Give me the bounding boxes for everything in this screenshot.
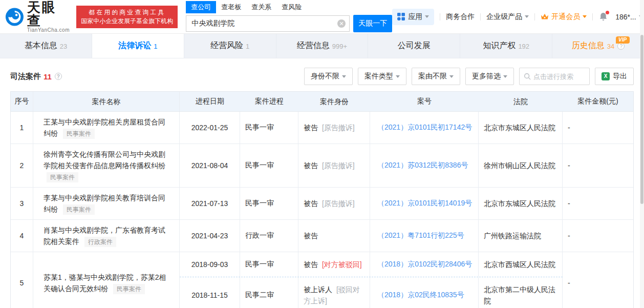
tab-经营信息[interactable]: 经营信息999+	[276, 34, 368, 58]
filter-dropdown-1[interactable]: 案件类型	[358, 68, 406, 85]
search-icon	[524, 73, 531, 80]
case-identity: 被告 [原告撤诉]	[298, 112, 370, 143]
apps-menu-button[interactable]: 应用	[392, 9, 434, 25]
column-header-1: 案件名称	[33, 92, 180, 111]
notification-bell-icon[interactable]	[598, 12, 608, 22]
case-type-tag: 行政案件	[84, 237, 116, 247]
tab-法律诉讼[interactable]: 法律诉讼1	[92, 34, 184, 58]
case-number-cell: （2021）粤7101行初225号	[370, 220, 479, 252]
search-tab-0[interactable]: 查公司	[186, 1, 216, 13]
nav-business-cooperation[interactable]: 商务合作	[446, 12, 475, 22]
case-name: 苏某1，骆某与中央戏剧学院，苏某2相关确认合同无效纠纷 民事案件	[44, 272, 169, 294]
apps-grid-icon	[397, 13, 405, 20]
identity-label: 被告 [原告撤诉]	[304, 198, 355, 209]
case-number-link[interactable]: （2021）苏0312民初8386号	[377, 161, 468, 170]
nav-enterprise-products[interactable]: 企业级产品	[486, 12, 529, 22]
case-amount: -	[563, 220, 633, 252]
identity-note: [原告撤诉]	[320, 124, 355, 132]
excel-icon: X	[602, 72, 610, 80]
case-index: 2	[11, 144, 33, 187]
case-name-cell: 李某与中央戏剧学院相关教育培训合同纠纷 民事案件	[33, 188, 180, 219]
search-tab-1[interactable]: 查老板	[216, 1, 246, 13]
divider	[440, 13, 440, 20]
table-search-input[interactable]	[533, 73, 585, 80]
case-number-link[interactable]: （2018）京02民终10835号	[377, 291, 464, 300]
search-button[interactable]: 天眼一下	[353, 15, 392, 32]
case-entry: 2018-11-15民事二审被上诉人 [驳回对方上诉]（2018）京02民终10…	[180, 277, 563, 308]
chevron-down-icon	[583, 15, 587, 18]
identity-note: [原告撤诉]	[320, 199, 355, 208]
user-account[interactable]: 186*...	[615, 13, 642, 21]
case-type-tag: 民事案件	[47, 172, 78, 182]
table-row: 2徐州青亭文化传播有限公司与中央戏剧学院相关侵害作品信息网络传播权纠纷 民事案件…	[11, 144, 633, 188]
tianyancha-logo[interactable]: 天眼查 TianYanCha.com	[5, 1, 70, 33]
question-icon[interactable]: ?	[55, 73, 62, 80]
column-header-3: 案件进程	[240, 92, 298, 111]
slogan-badge: 都在用的商业查询工具 国家中小企业发展子基金旗下机构	[76, 6, 178, 28]
table-search-box[interactable]	[519, 68, 590, 85]
case-number-cell: （2021）京0101民初17142号	[370, 112, 479, 143]
table-row: 3李某与中央戏剧学院相关教育培训合同纠纷 民事案件2021-07-13民事一审被…	[11, 188, 633, 220]
tab-公司发展[interactable]: 公司发展	[368, 34, 460, 58]
site-header: 天眼查 TianYanCha.com 都在用的商业查询工具 国家中小企业发展子基…	[0, 0, 644, 34]
case-number-link[interactable]: （2021）京0101民初17142号	[377, 123, 472, 132]
case-number-link[interactable]: （2021）京0101民初14019号	[377, 199, 472, 208]
progress-date: 2018-09-03	[180, 252, 240, 277]
search-tab-2[interactable]: 查关系	[246, 1, 276, 13]
progress-date: 2022-01-25	[180, 112, 240, 143]
nav-open-vip[interactable]: 开通会员	[541, 12, 587, 22]
case-identity: 被告 [对方被驳回]	[298, 252, 370, 277]
user-phone: 186*...	[615, 13, 636, 21]
column-header-6: 法院	[479, 92, 563, 111]
vip-badge: VIP	[616, 36, 630, 44]
case-type-tag: 民事案件	[63, 129, 95, 139]
case-number-cell: （2018）京02民终10835号	[370, 277, 479, 308]
divider	[592, 13, 593, 20]
filter-dropdown-2[interactable]: 案由不限	[412, 68, 460, 85]
tianyancha-page: 天眼查 TianYanCha.com 都在用的商业查询工具 国家中小企业发展子基…	[0, 0, 644, 308]
apps-label: 应用	[408, 12, 422, 22]
tab-label: 知识产权	[483, 40, 516, 51]
case-table: 序号案件名称进程日期案件进程案件身份案号法院案件金额(元)1王某与中央戏剧学院相…	[10, 91, 634, 308]
case-progress: 民事一审	[240, 144, 298, 187]
court-name: 北京市西城区人民法院	[479, 252, 563, 277]
tab-label: 历史信息	[572, 40, 605, 51]
case-entries: 2021-07-13民事一审被告 [原告撤诉]（2021）京0101民初1401…	[180, 188, 563, 219]
tab-基本信息[interactable]: 基本信息23	[0, 34, 92, 58]
section-title: 司法案件 11 ?	[10, 72, 62, 81]
search-tab-3[interactable]: 查风险	[276, 1, 307, 13]
export-button[interactable]: X导出	[595, 68, 634, 85]
tab-经营风险[interactable]: 经营风险1	[184, 34, 276, 58]
case-entry: 2021-08-04民事一审被告 [原告撤诉]（2021）苏0312民初8386…	[180, 144, 563, 187]
tab-历史信息[interactable]: 历史信息34?VIP	[552, 34, 644, 58]
case-type-tag: 民事案件	[113, 284, 145, 294]
scrollbar-thumb[interactable]	[640, 35, 643, 204]
tab-label: 法律诉讼	[118, 40, 151, 51]
case-amount: -	[563, 252, 633, 308]
section-bar: 司法案件 11 ? 身份不限案件类型案由不限更多筛选X导出	[10, 68, 634, 85]
chevron-down-icon	[503, 75, 507, 78]
tab-知识产权[interactable]: 知识产权192	[460, 34, 552, 58]
filter-dropdown-3[interactable]: 更多筛选	[465, 68, 514, 85]
company-search-input[interactable]	[186, 15, 350, 32]
filter-label: 案件类型	[364, 72, 393, 81]
column-header-4: 案件身份	[298, 92, 370, 111]
table-row: 1王某与中央戏剧学院相关房屋租赁合同纠纷 民事案件2022-01-25民事一审被…	[11, 112, 633, 144]
tab-count: 34	[607, 43, 614, 50]
tab-count: 23	[60, 43, 67, 50]
case-index: 4	[11, 220, 33, 252]
tab-count: 192	[518, 43, 529, 50]
filter-label: 案由不限	[418, 72, 447, 81]
tab-count: 1	[154, 43, 157, 50]
case-amount: -	[563, 188, 633, 219]
filter-dropdown-0[interactable]: 身份不限	[304, 68, 353, 85]
chevron-down-icon	[525, 15, 529, 18]
case-number-link[interactable]: （2018）京0102民初28406号	[377, 260, 472, 269]
case-entries: 2022-01-25民事一审被告 [原告撤诉]（2021）京0101民初1714…	[180, 112, 563, 143]
case-name-cell: 肖某与中央戏剧学院，广东省教育考试院相关案件 行政案件	[33, 220, 180, 252]
court-name: 北京市第二中级人民法院	[479, 277, 563, 308]
case-progress: 民事一审	[240, 252, 298, 277]
page-scrollbar[interactable]	[640, 0, 644, 308]
case-number-cell: （2018）京0102民初28406号	[370, 252, 479, 277]
case-number-link[interactable]: （2021）粤7101行初225号	[377, 231, 464, 240]
